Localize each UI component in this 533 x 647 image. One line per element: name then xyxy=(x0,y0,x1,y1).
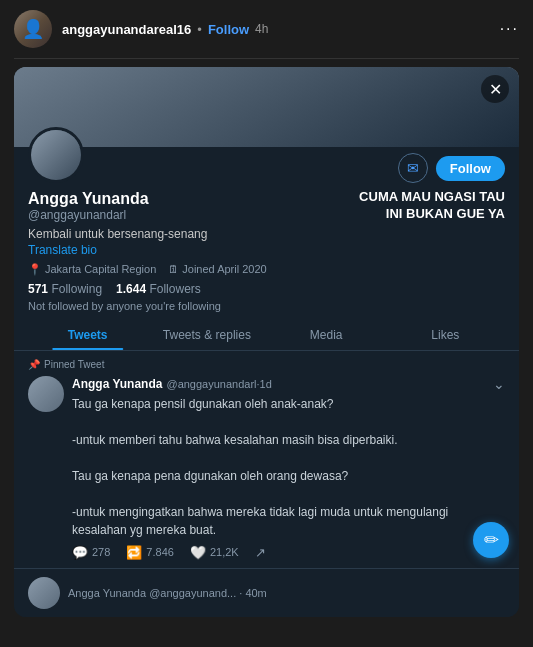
location-text: Jakarta Capital Region xyxy=(45,263,156,275)
tweet-author-name: Angga Yunanda xyxy=(72,377,162,391)
following-label: Following xyxy=(51,282,102,296)
tweet-actions: 💬 278 🔁 7.846 🤍 21,2K ↗ xyxy=(72,545,505,560)
action-buttons: ✉ Follow xyxy=(398,153,505,183)
retweet-action[interactable]: 🔁 7.846 xyxy=(126,545,174,560)
profile-meta: 📍 Jakarta Capital Region 🗓 Joined April … xyxy=(28,263,505,276)
profile-bio: Kembali untuk bersenang-senang xyxy=(28,227,505,241)
followers-label: Followers xyxy=(149,282,200,296)
ig-avatar: 👤 xyxy=(14,10,52,48)
tweet-text-line4: -untuk mengingatkan bahwa mereka tidak l… xyxy=(72,505,448,537)
avatar-image xyxy=(31,130,81,180)
profile-tagline: CUMA MAU NGASI TAU INI BUKAN GUE YA xyxy=(359,189,505,223)
header-divider xyxy=(14,58,519,59)
tweet-author-avatar xyxy=(28,376,64,412)
twitter-handle: @anggayunandarl xyxy=(28,208,349,222)
pin-icon: 📌 xyxy=(28,359,40,370)
twitter-profile-avatar xyxy=(28,127,84,183)
outer-frame: 👤 anggayunandareal16 • Follow 4h ··· ✕ xyxy=(0,0,533,647)
name-left: Angga Yunanda @anggayunandarl xyxy=(28,189,349,222)
tweet-text-line2: -untuk memberi tahu bahwa kesalahan masi… xyxy=(72,433,398,447)
name-row: Angga Yunanda @anggayunandarl CUMA MAU N… xyxy=(28,189,505,223)
following-stat: 571 Following xyxy=(28,282,102,296)
followers-count: 1.644 xyxy=(116,282,146,296)
post-time: 4h xyxy=(255,22,268,36)
ig-username: anggayunandareal16 xyxy=(62,22,191,37)
display-name: Angga Yunanda xyxy=(28,189,349,208)
twitter-profile-section: ✉ Follow Angga Yunanda @anggayunandarl C… xyxy=(14,147,519,351)
translate-bio-button[interactable]: Translate bio xyxy=(28,243,505,257)
tweet-row: Angga Yunanda @anggayunandarl·1d ⌄ Tau g… xyxy=(28,376,505,560)
ig-follow-button[interactable]: Follow xyxy=(208,22,249,37)
next-tweet-author: Angga Yunanda xyxy=(68,587,146,599)
avatar-image: 👤 xyxy=(14,10,52,48)
next-tweet-time: 40m xyxy=(245,587,266,599)
tweet-handle-time: @anggayunandarl·1d xyxy=(166,378,271,390)
tweet-area: 📌 Pinned Tweet Angga Yunanda @anggayunan… xyxy=(14,351,519,568)
joined-text: Joined April 2020 xyxy=(182,263,266,275)
share-icon: ↗ xyxy=(255,545,266,560)
tweet-text-line1: Tau ga kenapa pensil dgunakan oleh anak-… xyxy=(72,397,334,411)
reply-action[interactable]: 💬 278 xyxy=(72,545,110,560)
tab-media[interactable]: Media xyxy=(267,320,386,350)
tagline-line2: INI BUKAN GUE YA xyxy=(386,206,505,221)
separator-dot: • xyxy=(197,22,202,37)
avatar-row: ✉ Follow xyxy=(28,127,505,183)
reply-count: 278 xyxy=(92,546,110,558)
reply-icon: 💬 xyxy=(72,545,88,560)
message-button[interactable]: ✉ xyxy=(398,153,428,183)
twitter-tabs: Tweets Tweets & replies Media Likes xyxy=(14,320,519,351)
tweet-expand-button[interactable]: ⌄ xyxy=(493,376,505,392)
next-tweet-info: Angga Yunanda @anggayunand... · 40m xyxy=(68,587,267,599)
close-button[interactable]: ✕ xyxy=(481,75,509,103)
location-item: 📍 Jakarta Capital Region xyxy=(28,263,156,276)
tagline-line1: CUMA MAU NGASI TAU xyxy=(359,189,505,204)
joined-item: 🗓 Joined April 2020 xyxy=(168,263,266,275)
pinned-text: Pinned Tweet xyxy=(44,359,104,370)
retweet-icon: 🔁 xyxy=(126,545,142,560)
tweet-content: Angga Yunanda @anggayunandarl·1d ⌄ Tau g… xyxy=(72,376,505,560)
message-icon: ✉ xyxy=(407,160,419,176)
compose-reply-button[interactable]: ✏ xyxy=(473,522,509,558)
followers-stat: 1.644 Followers xyxy=(116,282,201,296)
location-icon: 📍 xyxy=(28,263,42,276)
tweet-text: Tau ga kenapa pensil dgunakan oleh anak-… xyxy=(72,395,505,539)
retweet-count: 7.846 xyxy=(146,546,174,558)
more-options-button[interactable]: ··· xyxy=(500,20,519,38)
tweet-text-line3: Tau ga kenapa pena dgunakan oleh orang d… xyxy=(72,469,348,483)
tab-tweets[interactable]: Tweets xyxy=(28,320,147,350)
twitter-card: ✕ ✉ Follow Angga Yunanda xyxy=(14,67,519,617)
profile-stats: 571 Following 1.644 Followers xyxy=(28,282,505,296)
tweet-header: Angga Yunanda @anggayunandarl·1d ⌄ xyxy=(72,376,505,392)
like-action[interactable]: 🤍 21,2K xyxy=(190,545,239,560)
ig-post-header: 👤 anggayunandareal16 • Follow 4h ··· xyxy=(0,0,533,58)
next-tweet-avatar xyxy=(28,577,60,609)
following-count: 571 xyxy=(28,282,48,296)
calendar-icon: 🗓 xyxy=(168,263,179,275)
pinned-label: 📌 Pinned Tweet xyxy=(28,359,505,370)
next-tweet-preview: Angga Yunanda @anggayunand... · 40m xyxy=(14,568,519,617)
like-count: 21,2K xyxy=(210,546,239,558)
not-followed-text: Not followed by anyone you're following xyxy=(28,300,505,312)
twitter-follow-button[interactable]: Follow xyxy=(436,156,505,181)
tab-tweets-replies[interactable]: Tweets & replies xyxy=(147,320,266,350)
ig-username-area: anggayunandareal16 • Follow 4h xyxy=(62,22,490,37)
next-tweet-handle: @anggayunand... xyxy=(149,587,236,599)
like-icon: 🤍 xyxy=(190,545,206,560)
tab-likes[interactable]: Likes xyxy=(386,320,505,350)
compose-icon: ✏ xyxy=(484,529,499,551)
share-action[interactable]: ↗ xyxy=(255,545,266,560)
